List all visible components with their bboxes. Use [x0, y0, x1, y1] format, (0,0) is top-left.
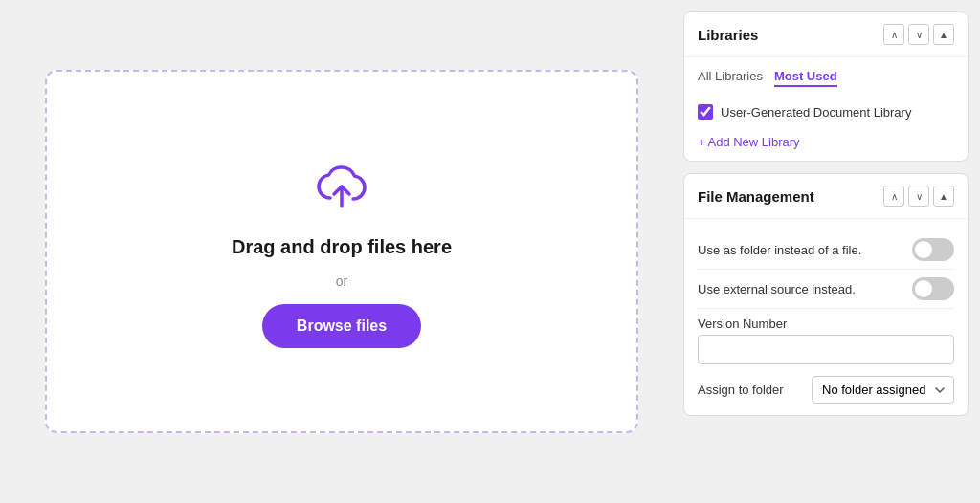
libraries-panel: Libraries ∧ ∨ ▲ All Libraries Most Used … — [683, 11, 969, 162]
libraries-panel-body: All Libraries Most Used User-Generated D… — [684, 57, 968, 161]
libraries-down-button[interactable]: ∨ — [908, 24, 929, 45]
fm-down-button[interactable]: ∨ — [908, 186, 929, 207]
external-toggle[interactable] — [912, 277, 954, 300]
assign-folder-select[interactable]: No folder assigned — [812, 376, 954, 404]
libraries-panel-header: Libraries ∧ ∨ ▲ — [684, 12, 968, 57]
version-number-field: Version Number — [698, 317, 954, 364]
folder-toggle-label: Use as folder instead of a file. — [698, 243, 861, 257]
file-management-header-controls: ∧ ∨ ▲ — [883, 186, 954, 207]
add-library-link[interactable]: + Add New Library — [698, 135, 954, 149]
folder-toggle-slider — [912, 238, 954, 261]
external-toggle-row: Use external source instead. — [698, 270, 954, 309]
drag-drop-label: Drag and drop files here — [232, 236, 452, 258]
version-number-label: Version Number — [698, 317, 954, 331]
tab-all-libraries[interactable]: All Libraries — [698, 69, 763, 87]
tab-most-used[interactable]: Most Used — [774, 69, 837, 87]
folder-toggle[interactable] — [912, 238, 954, 261]
assign-folder-label: Assign to folder — [698, 383, 784, 397]
upload-section: Drag and drop files here or Browse files — [0, 0, 683, 503]
library-item: User-Generated Document Library — [698, 98, 954, 125]
folder-toggle-row: Use as folder instead of a file. — [698, 230, 954, 270]
file-management-panel-title: File Management — [698, 188, 814, 205]
library-item-label: User-Generated Document Library — [721, 105, 911, 120]
assign-folder-row: Assign to folder No folder assigned — [698, 376, 954, 404]
external-toggle-label: Use external source instead. — [698, 282, 856, 296]
or-separator: or — [336, 273, 347, 289]
libraries-up-button[interactable]: ∧ — [883, 24, 904, 45]
libraries-header-controls: ∧ ∨ ▲ — [883, 24, 954, 45]
library-checkbox[interactable] — [698, 104, 713, 120]
file-management-panel-header: File Management ∧ ∨ ▲ — [684, 174, 968, 219]
library-tabs: All Libraries Most Used — [698, 69, 954, 87]
libraries-panel-title: Libraries — [698, 27, 758, 43]
fm-collapse-button[interactable]: ▲ — [933, 186, 954, 207]
drop-zone: Drag and drop files here or Browse files — [45, 70, 638, 433]
external-toggle-slider — [912, 277, 954, 300]
browse-files-button[interactable]: Browse files — [262, 304, 421, 348]
file-management-panel: File Management ∧ ∨ ▲ Use as folder inst… — [683, 173, 969, 416]
version-number-input[interactable] — [698, 335, 954, 364]
fm-up-button[interactable]: ∧ — [883, 186, 904, 207]
libraries-collapse-button[interactable]: ▲ — [933, 24, 954, 45]
upload-cloud-icon — [311, 156, 372, 221]
file-management-panel-body: Use as folder instead of a file. Use ext… — [684, 219, 968, 415]
right-sidebar: Libraries ∧ ∨ ▲ All Libraries Most Used … — [683, 0, 980, 503]
